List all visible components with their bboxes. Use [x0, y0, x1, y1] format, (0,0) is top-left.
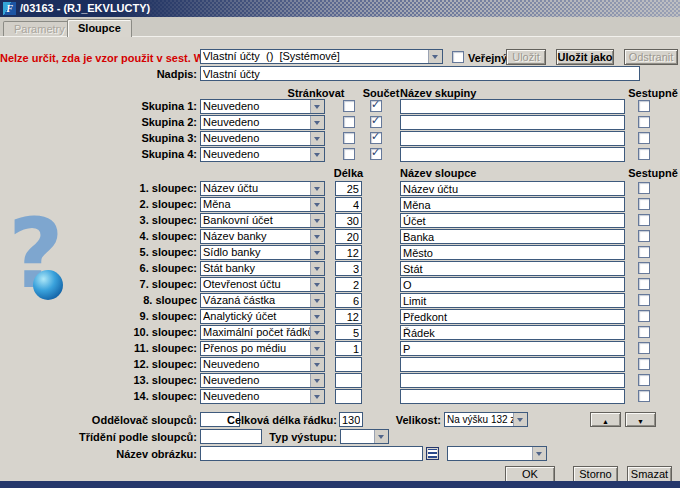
descending-checkbox[interactable]	[638, 374, 650, 386]
descending-checkbox[interactable]	[638, 342, 650, 354]
image-name-input[interactable]	[200, 446, 423, 461]
move-up-button[interactable]: ▲	[590, 412, 621, 427]
descending-checkbox[interactable]	[638, 390, 650, 402]
descending-checkbox[interactable]	[638, 326, 650, 338]
descending-checkbox[interactable]	[638, 230, 650, 242]
chevron-down-icon[interactable]	[428, 50, 442, 63]
group-name-input[interactable]	[400, 147, 625, 162]
descending-checkbox[interactable]	[638, 246, 650, 258]
chevron-down-icon[interactable]	[310, 374, 324, 387]
descending-checkbox[interactable]	[638, 294, 650, 306]
column-source-select[interactable]: Neuvedeno	[200, 389, 325, 404]
descending-checkbox[interactable]	[638, 262, 650, 274]
chevron-down-icon[interactable]	[310, 148, 324, 161]
sum-checkbox[interactable]	[370, 148, 382, 160]
descending-checkbox[interactable]	[638, 358, 650, 370]
chevron-down-icon[interactable]	[310, 262, 324, 275]
chevron-down-icon[interactable]	[310, 310, 324, 323]
column-name-input[interactable]	[400, 181, 625, 196]
column-name-input[interactable]	[400, 309, 625, 324]
group-source-select[interactable]: Neuvedeno	[200, 115, 325, 130]
descending-checkbox[interactable]	[638, 182, 650, 194]
column-name-input[interactable]	[400, 341, 625, 356]
column-name-input[interactable]	[400, 389, 625, 404]
column-source-select[interactable]: Přenos po médiu	[200, 341, 325, 356]
column-name-input[interactable]	[400, 293, 625, 308]
chevron-down-icon[interactable]	[310, 214, 324, 227]
chevron-down-icon[interactable]	[310, 294, 324, 307]
sum-checkbox[interactable]	[370, 100, 382, 112]
length-input[interactable]	[335, 261, 362, 276]
paginate-checkbox[interactable]	[343, 116, 355, 128]
column-source-select[interactable]: Stát banky	[200, 261, 325, 276]
paginate-checkbox[interactable]	[343, 148, 355, 160]
length-input[interactable]	[335, 245, 362, 260]
group-source-select[interactable]: Neuvedeno	[200, 147, 325, 162]
descending-checkbox[interactable]	[638, 278, 650, 290]
column-name-input[interactable]	[400, 373, 625, 388]
descending-checkbox[interactable]	[638, 116, 650, 128]
sum-checkbox[interactable]	[370, 116, 382, 128]
chevron-down-icon[interactable]	[310, 278, 324, 291]
output-type-select[interactable]	[340, 429, 389, 444]
template-select[interactable]: Vlastní účty () [Systémové]	[200, 49, 443, 64]
column-source-select[interactable]: Neuvedeno	[200, 357, 325, 372]
length-input[interactable]	[335, 213, 362, 228]
length-input[interactable]	[335, 229, 362, 244]
descending-checkbox[interactable]	[638, 100, 650, 112]
column-source-select[interactable]: Název účtu	[200, 181, 325, 196]
save-as-button[interactable]: Uložit jako	[556, 49, 614, 65]
column-source-select[interactable]: Bankovní účet	[200, 213, 325, 228]
group-name-input[interactable]	[400, 131, 625, 146]
chevron-down-icon[interactable]	[374, 430, 388, 443]
column-name-input[interactable]	[400, 245, 625, 260]
nadpis-input[interactable]	[200, 66, 640, 81]
length-input[interactable]	[335, 389, 362, 404]
tab-sloupce[interactable]: Sloupce	[67, 19, 132, 37]
chevron-down-icon[interactable]	[310, 182, 324, 195]
length-input[interactable]	[335, 181, 362, 196]
column-source-select[interactable]: Sídlo banky	[200, 245, 325, 260]
list-picker-icon[interactable]	[426, 447, 439, 460]
size-select[interactable]: Na výšku 132 zn.	[444, 412, 528, 427]
length-input[interactable]	[335, 325, 362, 340]
column-name-input[interactable]	[400, 197, 625, 212]
chevron-down-icon[interactable]	[310, 246, 324, 259]
chevron-down-icon[interactable]	[310, 116, 324, 129]
chevron-down-icon[interactable]	[310, 390, 324, 403]
column-source-select[interactable]: Neuvedeno	[200, 373, 325, 388]
column-name-input[interactable]	[400, 357, 625, 372]
delete-template-button[interactable]: Odstranit	[624, 49, 678, 65]
column-source-select[interactable]: Analytický účet	[200, 309, 325, 324]
column-name-input[interactable]	[400, 229, 625, 244]
chevron-down-icon[interactable]	[310, 132, 324, 145]
paginate-checkbox[interactable]	[343, 100, 355, 112]
length-input[interactable]	[335, 293, 362, 308]
move-down-button[interactable]: ▼	[625, 412, 656, 427]
length-input[interactable]	[335, 357, 362, 372]
length-input[interactable]	[335, 277, 362, 292]
column-source-select[interactable]: Otevřenost účtu	[200, 277, 325, 292]
chevron-down-icon[interactable]	[310, 342, 324, 355]
image-extra-select[interactable]	[447, 446, 547, 461]
public-checkbox[interactable]	[452, 51, 464, 63]
descending-checkbox[interactable]	[638, 148, 650, 160]
length-input[interactable]	[335, 341, 362, 356]
chevron-down-icon[interactable]	[310, 230, 324, 243]
group-source-select[interactable]: Neuvedeno	[200, 131, 325, 146]
column-source-select[interactable]: Vázaná částka	[200, 293, 325, 308]
descending-checkbox[interactable]	[638, 132, 650, 144]
column-name-input[interactable]	[400, 277, 625, 292]
column-source-select[interactable]: Název banky	[200, 229, 325, 244]
save-button[interactable]: Uložit	[506, 49, 546, 65]
group-source-select[interactable]: Neuvedeno	[200, 99, 325, 114]
descending-checkbox[interactable]	[638, 198, 650, 210]
descending-checkbox[interactable]	[638, 214, 650, 226]
column-source-select[interactable]: Měna	[200, 197, 325, 212]
column-name-input[interactable]	[400, 325, 625, 340]
group-name-input[interactable]	[400, 99, 625, 114]
tab-parametry[interactable]: Parametry	[3, 21, 76, 37]
sum-checkbox[interactable]	[370, 132, 382, 144]
column-name-input[interactable]	[400, 213, 625, 228]
chevron-down-icon[interactable]	[310, 100, 324, 113]
